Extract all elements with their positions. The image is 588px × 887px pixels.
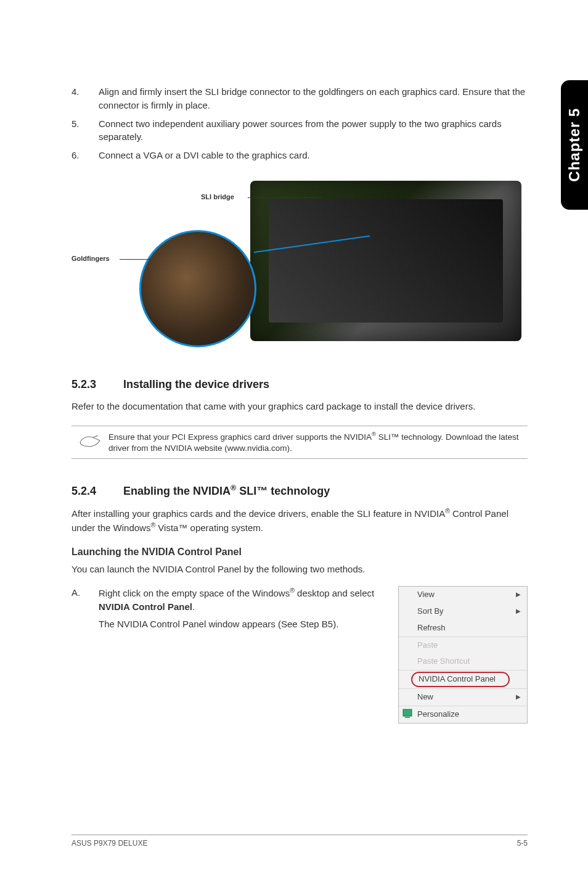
- lettered-step-row: A. Right click on the empty space of the…: [71, 586, 528, 724]
- menu-item-paste: Paste: [399, 637, 527, 654]
- highlight-oval: NVIDIA Control Panel: [411, 672, 510, 687]
- sli-bridge-leader-line: [248, 197, 322, 198]
- step-text: Connect two independent auxiliary power …: [99, 117, 528, 144]
- section-title: Installing the device drivers: [123, 378, 269, 390]
- registered-mark: ®: [372, 431, 376, 437]
- step-text-column: Right click on the empty space of the Wi…: [99, 586, 392, 724]
- chapter-side-tab-label: Chapter 5: [566, 108, 583, 182]
- goldfingers-label: Goldfingers: [71, 255, 110, 262]
- menu-item-refresh[interactable]: Refresh: [399, 620, 527, 637]
- page-footer: ASUS P9X79 DELUXE 5-5: [71, 835, 528, 848]
- menu-item-personalize[interactable]: Personalize: [399, 706, 527, 723]
- section-body: Refer to the documentation that came wit…: [71, 400, 528, 413]
- footer-product-name: ASUS P9X79 DELUXE: [71, 839, 147, 848]
- note-hand-icon: [71, 430, 108, 448]
- footer-page-number: 5-5: [517, 839, 528, 848]
- menu-item-nvidia-control-panel[interactable]: NVIDIA Control Panel: [399, 670, 527, 689]
- section-title-part: Enabling the NVIDIA: [123, 485, 231, 497]
- step-number: 6.: [71, 149, 99, 162]
- windows-context-menu: View▶ Sort By▶ Refresh Paste Paste Short…: [398, 586, 528, 724]
- step-item: 5. Connect two independent auxiliary pow…: [71, 117, 528, 144]
- step-paragraph: The NVIDIA Control Panel window appears …: [99, 617, 380, 631]
- menu-item-new[interactable]: New▶: [399, 689, 527, 706]
- zoom-inset-circle: [139, 230, 256, 347]
- submenu-arrow-icon: ▶: [516, 693, 521, 702]
- step-letter: A.: [71, 586, 99, 724]
- subsection-heading: Launching the NVIDIA Control Panel: [71, 547, 528, 558]
- svg-rect-0: [403, 709, 412, 716]
- section-number: 5.2.3: [71, 378, 123, 391]
- submenu-arrow-icon: ▶: [516, 590, 521, 600]
- goldfingers-leader-line: [120, 259, 150, 260]
- registered-mark: ®: [290, 587, 295, 594]
- personalize-icon: [402, 709, 412, 719]
- motherboard-photo: [250, 181, 521, 341]
- registered-mark: ®: [150, 521, 155, 529]
- menu-item-view[interactable]: View▶: [399, 587, 527, 603]
- note-text: Ensure that your PCI Express graphics ca…: [108, 430, 528, 455]
- step-item: 6. Connect a VGA or a DVI cable to the g…: [71, 149, 528, 162]
- section-number: 5.2.4: [71, 485, 123, 498]
- section-body: After installing your graphics cards and…: [71, 506, 528, 535]
- step-number: 5.: [71, 117, 99, 144]
- registered-mark: ®: [231, 484, 236, 492]
- step-paragraph: Right click on the empty space of the Wi…: [99, 586, 380, 614]
- numbered-steps: 4. Align and firmly insert the SLI bridg…: [71, 85, 528, 162]
- step-number: 4.: [71, 85, 99, 112]
- note-callout: Ensure that your PCI Express graphics ca…: [71, 426, 528, 459]
- section-heading-523: 5.2.3Installing the device drivers: [71, 378, 528, 391]
- subsection-body: You can launch the NVIDIA Control Panel …: [71, 563, 528, 576]
- sli-bridge-label: SLI bridge: [201, 193, 234, 200]
- step-item: 4. Align and firmly insert the SLI bridg…: [71, 85, 528, 112]
- menu-item-sort-by[interactable]: Sort By▶: [399, 603, 527, 620]
- hardware-figure: SLI bridge Goldfingers: [71, 168, 528, 360]
- section-heading-524: 5.2.4Enabling the NVIDIA® SLI™ technolog…: [71, 484, 528, 498]
- menu-item-paste-shortcut: Paste Shortcut: [399, 653, 527, 670]
- chapter-side-tab: Chapter 5: [561, 80, 588, 210]
- page-content: 4. Align and firmly insert the SLI bridg…: [71, 85, 528, 724]
- submenu-arrow-icon: ▶: [516, 607, 521, 616]
- step-text: Connect a VGA or a DVI cable to the grap…: [99, 149, 528, 162]
- step-text: Align and firmly insert the SLI bridge c…: [99, 85, 528, 112]
- section-title-part: SLI™ technology: [236, 485, 330, 497]
- svg-rect-1: [405, 717, 410, 718]
- registered-mark: ®: [445, 507, 450, 514]
